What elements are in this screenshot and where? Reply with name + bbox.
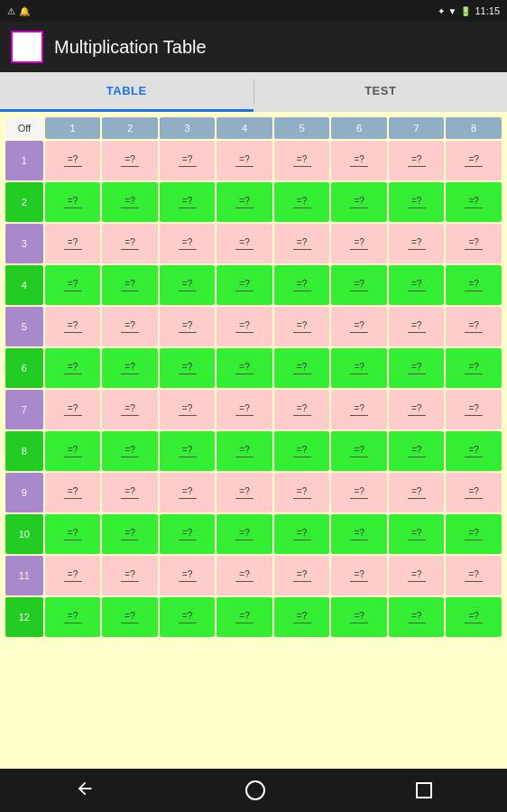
table-cell[interactable]: =?	[45, 431, 101, 471]
table-cell[interactable]: =?	[217, 348, 272, 388]
table-cell[interactable]: =?	[45, 224, 101, 263]
table-cell[interactable]: =?	[389, 224, 445, 263]
row-header-4[interactable]: 4	[5, 265, 43, 305]
table-cell[interactable]: =?	[102, 473, 158, 512]
row-header-9[interactable]: 9	[5, 473, 43, 512]
table-cell[interactable]: =?	[217, 307, 272, 346]
table-cell[interactable]: =?	[274, 514, 330, 554]
table-cell[interactable]: =?	[446, 307, 502, 346]
table-cell[interactable]: =?	[331, 431, 387, 471]
table-cell[interactable]: =?	[331, 390, 387, 429]
table-cell[interactable]: =?	[160, 556, 216, 595]
table-cell[interactable]: =?	[45, 141, 101, 180]
table-cell[interactable]: =?	[389, 141, 445, 180]
table-cell[interactable]: =?	[446, 141, 502, 180]
table-cell[interactable]: =?	[45, 514, 101, 554]
table-cell[interactable]: =?	[274, 390, 330, 429]
table-cell[interactable]: =?	[274, 182, 330, 222]
table-cell[interactable]: =?	[102, 182, 158, 222]
table-cell[interactable]: =?	[274, 224, 330, 263]
home-button[interactable]	[227, 773, 283, 807]
table-cell[interactable]: =?	[446, 597, 502, 637]
table-cell[interactable]: =?	[274, 141, 330, 180]
table-cell[interactable]: =?	[446, 473, 502, 512]
table-cell[interactable]: =?	[160, 224, 216, 263]
table-cell[interactable]: =?	[45, 265, 101, 305]
row-header-2[interactable]: 2	[5, 182, 43, 222]
table-cell[interactable]: =?	[45, 307, 101, 346]
table-cell[interactable]: =?	[389, 556, 445, 595]
row-header-5[interactable]: 5	[5, 307, 43, 346]
table-cell[interactable]: =?	[45, 390, 101, 429]
table-cell[interactable]: =?	[160, 265, 216, 305]
table-cell[interactable]: =?	[102, 390, 158, 429]
table-cell[interactable]: =?	[160, 473, 216, 512]
table-cell[interactable]: =?	[217, 556, 272, 595]
table-cell[interactable]: =?	[389, 597, 445, 637]
table-cell[interactable]: =?	[331, 597, 387, 637]
row-header-1[interactable]: 1	[5, 141, 43, 180]
tab-test[interactable]: TEST	[254, 72, 508, 112]
table-cell[interactable]: =?	[274, 307, 330, 346]
table-cell[interactable]: =?	[331, 556, 387, 595]
table-cell[interactable]: =?	[274, 348, 330, 388]
row-header-11[interactable]: 11	[5, 556, 43, 595]
table-cell[interactable]: =?	[102, 307, 158, 346]
table-cell[interactable]: =?	[446, 182, 502, 222]
back-button[interactable]	[57, 771, 113, 810]
table-cell[interactable]: =?	[446, 390, 502, 429]
table-cell[interactable]: =?	[217, 473, 272, 512]
table-cell[interactable]: =?	[217, 224, 272, 263]
table-cell[interactable]: =?	[446, 265, 502, 305]
table-cell[interactable]: =?	[217, 597, 272, 637]
table-cell[interactable]: =?	[45, 348, 101, 388]
recents-button[interactable]	[398, 775, 450, 806]
table-cell[interactable]: =?	[102, 556, 158, 595]
table-cell[interactable]: =?	[160, 514, 216, 554]
table-cell[interactable]: =?	[160, 431, 216, 471]
table-cell[interactable]: =?	[160, 141, 216, 180]
table-cell[interactable]: =?	[102, 514, 158, 554]
table-cell[interactable]: =?	[160, 348, 216, 388]
table-cell[interactable]: =?	[446, 348, 502, 388]
table-cell[interactable]: =?	[45, 473, 101, 512]
row-header-6[interactable]: 6	[5, 348, 43, 388]
row-header-10[interactable]: 10	[5, 514, 43, 554]
row-header-8[interactable]: 8	[5, 431, 43, 471]
table-cell[interactable]: =?	[102, 597, 158, 637]
table-cell[interactable]: =?	[217, 514, 272, 554]
table-cell[interactable]: =?	[389, 265, 445, 305]
table-cell[interactable]: =?	[274, 431, 330, 471]
table-cell[interactable]: =?	[102, 431, 158, 471]
table-cell[interactable]: =?	[331, 514, 387, 554]
table-cell[interactable]: =?	[45, 556, 101, 595]
table-cell[interactable]: =?	[274, 597, 330, 637]
table-cell[interactable]: =?	[45, 597, 101, 637]
table-cell[interactable]: =?	[331, 182, 387, 222]
table-cell[interactable]: =?	[160, 182, 216, 222]
table-cell[interactable]: =?	[45, 182, 101, 222]
table-cell[interactable]: =?	[389, 390, 445, 429]
table-cell[interactable]: =?	[102, 348, 158, 388]
table-cell[interactable]: =?	[446, 556, 502, 595]
table-cell[interactable]: =?	[102, 224, 158, 263]
table-cell[interactable]: =?	[389, 473, 445, 512]
table-cell[interactable]: =?	[160, 307, 216, 346]
table-cell[interactable]: =?	[331, 224, 387, 263]
table-cell[interactable]: =?	[274, 556, 330, 595]
table-cell[interactable]: =?	[274, 265, 330, 305]
table-cell[interactable]: =?	[160, 390, 216, 429]
table-cell[interactable]: =?	[389, 514, 445, 554]
table-cell[interactable]: =?	[217, 265, 272, 305]
tab-table[interactable]: TABLE	[0, 72, 254, 112]
table-cell[interactable]: =?	[389, 182, 445, 222]
row-header-7[interactable]: 7	[5, 390, 43, 429]
table-cell[interactable]: =?	[446, 224, 502, 263]
table-cell[interactable]: =?	[446, 431, 502, 471]
table-cell[interactable]: =?	[331, 141, 387, 180]
table-cell[interactable]: =?	[331, 473, 387, 512]
table-cell[interactable]: =?	[331, 265, 387, 305]
table-cell[interactable]: =?	[389, 431, 445, 471]
table-cell[interactable]: =?	[389, 348, 445, 388]
table-cell[interactable]: =?	[217, 431, 272, 471]
